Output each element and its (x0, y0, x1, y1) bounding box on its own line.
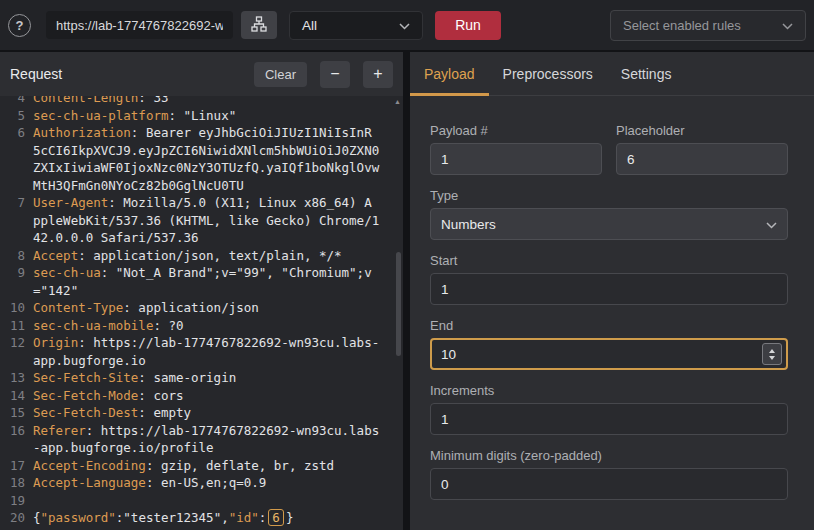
token: Origin (33, 335, 78, 350)
token: : https://lab-1774767822692-wn93cu.labs-… (33, 423, 379, 456)
min-digits-field[interactable] (430, 468, 788, 500)
placeholder-label: Placeholder (616, 124, 788, 138)
placeholder-group: Placeholder (616, 124, 788, 175)
request-panel: Request Clear − + 4Content-Length: 335se… (0, 52, 403, 530)
request-line: 5sec-ch-ua-platform: "Linux" (3, 107, 403, 125)
end-field[interactable] (430, 338, 788, 370)
token: Referer (33, 423, 86, 438)
start-label: Start (430, 254, 788, 268)
line-number: 13 (3, 369, 25, 387)
token: Content-Length (33, 96, 138, 105)
increments-field[interactable] (430, 403, 788, 435)
request-line: 6Authorization: Bearer eyJhbGciOiJIUzI1N… (3, 124, 403, 194)
chevron-down-icon (399, 18, 410, 33)
line-content: Sec-Fetch-Site: same-origin (33, 369, 379, 387)
line-number: 14 (3, 387, 25, 405)
remove-payload-button[interactable]: − (320, 61, 350, 88)
rules-dropdown[interactable]: Select enabled rules (610, 10, 806, 41)
start-field[interactable] (430, 273, 788, 305)
editor-scrollbar-thumb[interactable] (396, 252, 401, 356)
token: Sec-Fetch-Dest (33, 405, 138, 420)
payload-placeholder-marker[interactable]: 6 (268, 509, 284, 526)
line-number: 7 (3, 194, 25, 247)
line-content: Content-Type: application/json (33, 299, 379, 317)
token: : (259, 510, 267, 525)
request-line: 14Sec-Fetch-Mode: cors (3, 387, 403, 405)
token: Authorization (33, 125, 131, 140)
line-content: Origin: https://lab-1774767822692-wn93cu… (33, 334, 379, 369)
end-field-wrap (430, 338, 788, 370)
payload-placeholder-row: Payload # Placeholder (430, 124, 788, 189)
line-content: sec-ch-ua: "Not_A Brand";v="99", "Chromi… (33, 264, 379, 299)
help-button[interactable]: ? (8, 14, 31, 37)
payload-panel: Payload Preprocessors Settings Payload #… (410, 52, 814, 530)
token: : cors (138, 388, 183, 403)
token: : ?0 (153, 318, 183, 333)
token: Accept-Encoding (33, 458, 146, 473)
token: Sec-Fetch-Mode (33, 388, 138, 403)
chevron-down-icon (782, 18, 793, 33)
min-digits-group: Minimum digits (zero-padded) (430, 449, 788, 500)
request-line: 16Referer: https://lab-1774767822692-wn9… (3, 422, 403, 457)
token: : 33 (138, 96, 168, 105)
scope-dropdown[interactable]: All (289, 11, 423, 40)
line-content: Sec-Fetch-Dest: empty (33, 404, 379, 422)
line-number: 17 (3, 457, 25, 475)
line-number: 9 (3, 264, 25, 299)
token: Content-Type (33, 300, 123, 315)
tab-preprocessors[interactable]: Preprocessors (489, 52, 607, 95)
request-line: 4Content-Length: 33 (3, 96, 403, 107)
placeholder-field[interactable] (616, 143, 788, 175)
workflow-button[interactable] (241, 11, 277, 39)
url-input[interactable] (46, 11, 233, 39)
add-payload-button[interactable]: + (363, 61, 393, 88)
spinner-up-icon[interactable] (769, 349, 775, 353)
payload-form: Payload # Placeholder Type Numbers (410, 96, 814, 514)
payload-number-field[interactable] (430, 143, 602, 175)
token: } (286, 510, 294, 525)
request-line: 12Origin: https://lab-1774767822692-wn93… (3, 334, 403, 369)
type-label: Type (430, 189, 788, 203)
line-content: Accept-Encoding: gzip, deflate, br, zstd (33, 457, 379, 475)
token: { (33, 510, 41, 525)
tab-bar: Payload Preprocessors Settings (410, 52, 814, 96)
tab-payload[interactable]: Payload (410, 52, 489, 95)
request-line: 20{"password":"tester12345","id":6} (3, 509, 403, 527)
chevron-down-icon (766, 217, 777, 232)
scope-dropdown-value: All (302, 18, 317, 33)
spinner-down-icon[interactable] (769, 356, 775, 360)
token: Accept-Language (33, 475, 146, 490)
start-group: Start (430, 254, 788, 305)
line-content: Sec-Fetch-Mode: cors (33, 387, 379, 405)
request-editor[interactable]: 4Content-Length: 335sec-ch-ua-platform: … (0, 96, 403, 530)
tab-settings[interactable]: Settings (607, 52, 686, 95)
line-number: 10 (3, 299, 25, 317)
token: : same-origin (138, 370, 236, 385)
line-content: Accept-Language: en-US,en;q=0.9 (33, 474, 379, 492)
clear-button[interactable]: Clear (254, 62, 307, 87)
sitemap-icon (251, 16, 267, 35)
token: "tester12345" (123, 510, 221, 525)
scroll-up-icon[interactable]: ▲ (394, 98, 401, 105)
token: : https://lab-1774767822692-wn93cu.labs-… (33, 335, 379, 368)
line-number: 15 (3, 404, 25, 422)
line-number: 4 (3, 96, 25, 107)
token: , (221, 510, 229, 525)
number-spinner[interactable] (762, 343, 782, 365)
line-number: 12 (3, 334, 25, 369)
rules-dropdown-placeholder: Select enabled rules (623, 18, 741, 33)
run-button[interactable]: Run (435, 11, 501, 40)
tab-settings-label: Settings (621, 66, 672, 82)
token: sec-ch-ua-platform (33, 108, 168, 123)
type-select[interactable]: Numbers (430, 208, 788, 240)
increments-label: Increments (430, 384, 788, 398)
help-icon: ? (16, 18, 24, 33)
request-line: 8Accept: application/json, text/plain, *… (3, 247, 403, 265)
token: : empty (138, 405, 191, 420)
token: : gzip, deflate, br, zstd (146, 458, 334, 473)
tab-payload-label: Payload (424, 66, 475, 82)
token: User-Agent (33, 195, 108, 210)
line-content: sec-ch-ua-mobile: ?0 (33, 317, 379, 335)
payload-number-group: Payload # (430, 124, 602, 175)
request-panel-header: Request Clear − + (0, 52, 403, 96)
